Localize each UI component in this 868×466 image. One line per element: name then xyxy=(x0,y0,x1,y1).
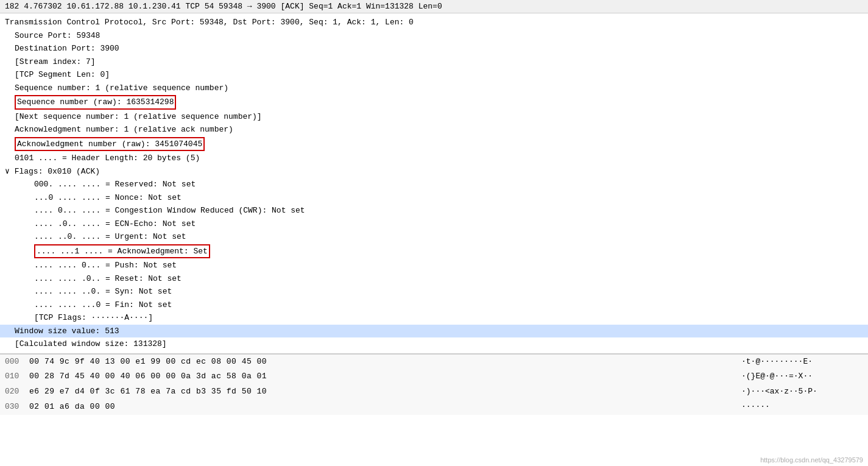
detail-line: ∨ Flags: 0x010 (ACK) xyxy=(0,165,868,178)
hex-row: 020e6 29 e7 d4 0f 3c 61 78 ea 7a cd b3 3… xyxy=(0,384,868,400)
hex-offset: 010 xyxy=(5,370,29,383)
detail-line: Window size value: 513 xyxy=(0,325,868,338)
detail-line: [TCP Flags: ·······A····] xyxy=(0,311,868,325)
detail-line: .... .... ...0 = Fin: Not set xyxy=(0,298,868,312)
detail-line: ...0 .... .... = Nonce: Not set xyxy=(0,191,868,205)
detail-line: [Next sequence number: 1 (relative seque… xyxy=(0,110,868,124)
detail-line: 0101 .... = Header Length: 20 bytes (5) xyxy=(0,152,868,165)
detail-line: .... ..0. .... = Urgent: Not set xyxy=(0,230,868,244)
detail-line: Destination Port: 3900 xyxy=(0,42,868,55)
detail-line: [Stream index: 7] xyxy=(0,55,868,69)
hex-ascii: ·t·@·········E· xyxy=(741,356,863,369)
hex-row: 03002 01 a6 da 00 00······ xyxy=(0,400,868,415)
hex-offset: 000 xyxy=(5,356,29,369)
hex-ascii: ·)···<ax·z··5·P· xyxy=(741,386,863,398)
hex-ascii: ·(}E@·@···=·X·· xyxy=(741,370,863,383)
boxed-field: Acknowledgment number (raw): 3451074045 xyxy=(15,137,205,152)
protocol-title: Transmission Control Protocol, Src Port:… xyxy=(0,16,868,29)
detail-line: .... 0... .... = Congestion Window Reduc… xyxy=(0,204,868,217)
hex-offset: 020 xyxy=(5,386,29,398)
packet-summary-bar: 182 4.767302 10.61.172.88 10.1.230.41 TC… xyxy=(0,0,868,13)
detail-panel: Transmission Control Protocol, Src Port:… xyxy=(0,13,868,354)
detail-line: .... .... ..0. = Syn: Not set xyxy=(0,285,868,298)
hex-bytes: 02 01 a6 da 00 00 xyxy=(29,401,729,414)
hex-bytes: e6 29 e7 d4 0f 3c 61 78 ea 7a cd b3 35 f… xyxy=(29,386,729,398)
detail-line: Acknowledgment number: 1 (relative ack n… xyxy=(0,123,868,136)
detail-line: .... .... .0.. = Reset: Not set xyxy=(0,272,868,286)
detail-line: [Calculated window size: 131328] xyxy=(0,337,868,351)
detail-line: Source Port: 59348 xyxy=(0,29,868,43)
detail-line: [TCP Segment Len: 0] xyxy=(0,68,868,82)
hex-row: 01000 28 7d 45 40 00 40 06 00 00 0a 3d a… xyxy=(0,369,868,384)
detail-line: .... .0.. .... = ECN-Echo: Not set xyxy=(0,217,868,231)
detail-line: Sequence number (raw): 1635314298 xyxy=(0,94,868,110)
hex-panel: 00000 74 9c 9f 40 13 00 e1 99 00 cd ec 0… xyxy=(0,354,868,415)
hex-row: 00000 74 9c 9f 40 13 00 e1 99 00 cd ec 0… xyxy=(0,355,868,370)
hex-bytes: 00 28 7d 45 40 00 40 06 00 00 0a 3d ac 5… xyxy=(29,370,729,383)
watermark: https://blog.csdn.net/qq_43279579 xyxy=(760,456,863,464)
detail-line: .... .... 0... = Push: Not set xyxy=(0,259,868,272)
boxed-field: .... ...1 .... = Acknowledgment: Set xyxy=(34,244,210,259)
detail-line: 000. .... .... = Reserved: Not set xyxy=(0,178,868,191)
detail-line: Sequence number: 1 (relative sequence nu… xyxy=(0,82,868,95)
hex-ascii: ······ xyxy=(741,401,863,414)
detail-line: .... ...1 .... = Acknowledgment: Set xyxy=(0,244,868,259)
hex-offset: 030 xyxy=(5,401,29,414)
detail-line: Acknowledgment number (raw): 3451074045 xyxy=(0,136,868,152)
boxed-field: Sequence number (raw): 1635314298 xyxy=(15,95,176,110)
hex-bytes: 00 74 9c 9f 40 13 00 e1 99 00 cd ec 08 0… xyxy=(29,356,729,369)
packet-summary-text: 182 4.767302 10.61.172.88 10.1.230.41 TC… xyxy=(5,2,442,11)
